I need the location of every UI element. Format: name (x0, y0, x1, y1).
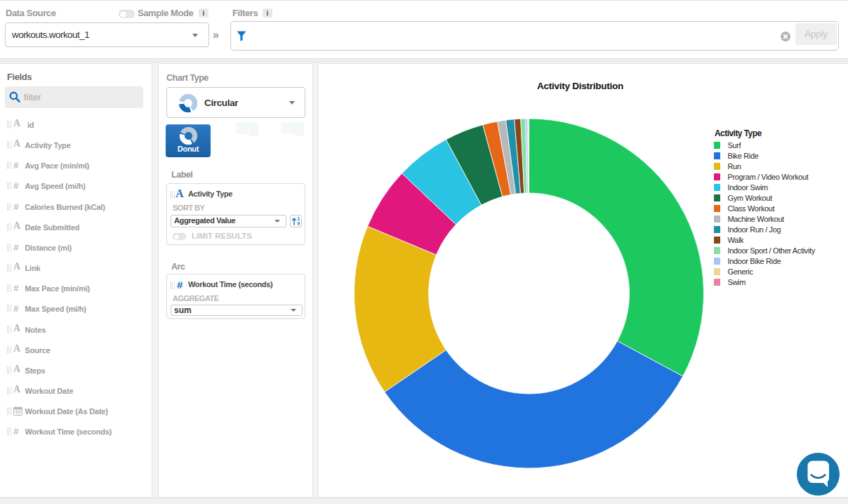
svg-text:9: 9 (298, 221, 300, 226)
svg-text:1: 1 (298, 216, 300, 221)
